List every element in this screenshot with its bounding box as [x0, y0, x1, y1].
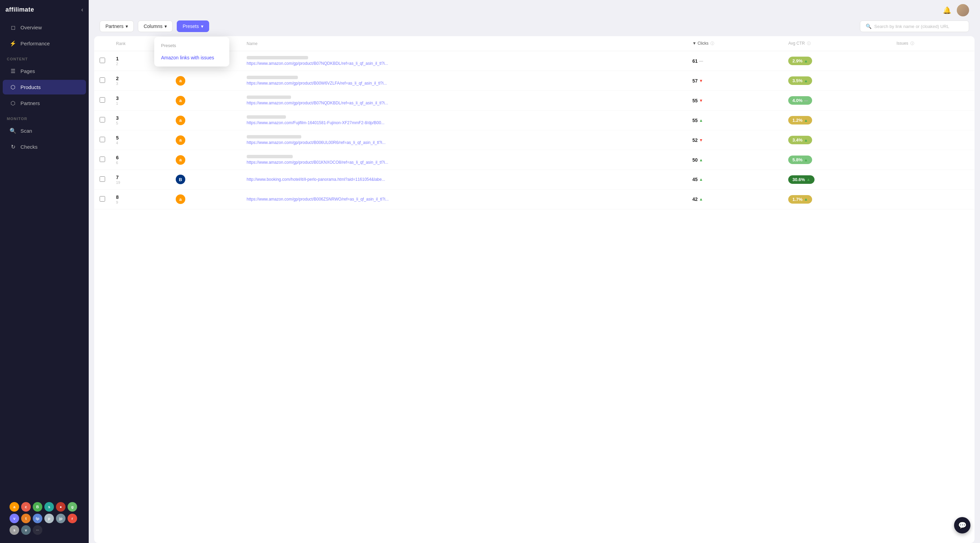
- ctr-badge: 3.4%▲: [788, 136, 812, 144]
- row-checkbox[interactable]: [100, 196, 105, 202]
- sidebar-item-performance[interactable]: ⚡ Performance: [3, 36, 86, 51]
- trend-down-icon: ▼: [699, 138, 703, 143]
- partner-logo: a: [176, 135, 185, 145]
- partner-icon-v2[interactable]: v: [21, 525, 31, 535]
- th-issues[interactable]: Issues ⓘ: [891, 36, 975, 51]
- trend-dash-icon: —: [699, 59, 703, 64]
- row-checkbox[interactable]: [100, 117, 105, 122]
- link-url[interactable]: https://www.amazon.com/gp/product/B07NQD…: [247, 101, 681, 105]
- ctr-value: 5.8%: [792, 157, 803, 162]
- row-checkbox[interactable]: [100, 137, 105, 142]
- partner-icon-more[interactable]: ···: [33, 525, 42, 535]
- sidebar-item-overview[interactable]: ◻ Overview: [3, 20, 86, 35]
- ctr-trend-dash-icon: —: [804, 98, 808, 103]
- overview-icon: ◻: [10, 24, 16, 31]
- th-avg-ctr[interactable]: Avg CTR ⓘ: [783, 36, 891, 51]
- link-url[interactable]: https://www.amazon.com/gp/product/B01KNX…: [247, 160, 681, 165]
- search-box[interactable]: 🔍 Search by link name or (cloaked) URL: [860, 21, 969, 32]
- issues-info-icon: ⓘ: [910, 41, 914, 45]
- partner-logo: a: [176, 194, 185, 204]
- partner-icon-t[interactable]: t: [21, 514, 31, 523]
- clicks-value: 42: [692, 197, 698, 202]
- ctr-badge: 4.0%—: [788, 96, 812, 105]
- presets-button[interactable]: Presets ▾: [177, 21, 209, 32]
- ctr-cell: 3.4%▲: [783, 130, 891, 150]
- partner-icon-cj[interactable]: c: [21, 502, 31, 511]
- sidebar-item-partners[interactable]: ⬡ Partners: [3, 96, 86, 111]
- row-checkbox[interactable]: [100, 176, 105, 182]
- search-placeholder: Search by link name or (cloaked) URL: [874, 24, 949, 29]
- rank-cell: 66: [111, 150, 170, 170]
- sidebar-item-checks[interactable]: ↻ Checks: [3, 140, 86, 154]
- clicks-cell: 45▲: [687, 170, 783, 190]
- rank-cell: 719: [111, 170, 170, 190]
- partner-logo: a: [176, 116, 185, 125]
- partner-icon-g[interactable]: g: [68, 502, 77, 511]
- partner-icon-p[interactable]: p: [45, 514, 54, 523]
- clicks-cell: 42▲: [687, 189, 783, 209]
- avatar[interactable]: [957, 4, 969, 16]
- partner-icon-s1[interactable]: s: [45, 502, 54, 511]
- sidebar-item-label: Products: [21, 84, 41, 90]
- sidebar-item-label: Checks: [21, 144, 38, 150]
- partner-icon-r[interactable]: ●: [56, 502, 65, 511]
- link-url[interactable]: https://www.amazon.com/gp/product/B006UL…: [247, 140, 681, 145]
- ctr-badge: 5.8%▲: [788, 156, 812, 164]
- clicks-cell: 55▼: [687, 91, 783, 111]
- ctr-cell: 30.6%▲: [783, 170, 891, 190]
- partner-icon-r2[interactable]: r: [68, 514, 77, 523]
- notification-bell-icon[interactable]: 🔔: [943, 6, 951, 14]
- ctr-value: 30.6%: [792, 177, 805, 182]
- link-url[interactable]: https://www.amazon.com/gp/product/B00W6V…: [247, 81, 681, 86]
- link-name-placeholder: [247, 115, 286, 119]
- trend-down-icon: ▼: [699, 98, 703, 103]
- ctr-trend-up-icon: ▲: [804, 157, 808, 162]
- row-checkbox[interactable]: [100, 97, 105, 103]
- ctr-cell: 1.2%▲: [783, 111, 891, 130]
- partner-logo: B: [176, 175, 185, 184]
- clicks-value: 61: [692, 58, 698, 64]
- link-cell: https://www.amazon.com/gp/product/B01KNX…: [241, 150, 687, 170]
- columns-button-label: Columns: [144, 24, 162, 29]
- th-select: [94, 36, 111, 51]
- clicks-value: 57: [692, 78, 698, 84]
- row-checkbox[interactable]: [100, 157, 105, 162]
- performance-icon: ⚡: [10, 40, 16, 47]
- dropdown-item-amazon-issues[interactable]: Amazon links with issues: [154, 51, 229, 64]
- table-row: 66ahttps://www.amazon.com/gp/product/B01…: [94, 150, 975, 170]
- partner-icon-jp[interactable]: jp: [56, 514, 65, 523]
- ctr-cell: 2.9%▲: [783, 51, 891, 71]
- partner-icon-tp[interactable]: tp: [33, 514, 42, 523]
- link-cell: http://www.booking.com/hotel/it/il-perlo…: [241, 170, 687, 190]
- link-url[interactable]: https://www.amazon.com/gp/product/B07NQD…: [247, 61, 681, 66]
- ctr-trend-up-icon: ▲: [804, 197, 808, 202]
- partner-icon-s2[interactable]: s: [10, 525, 19, 535]
- ctr-info-icon: ⓘ: [807, 41, 811, 45]
- sidebar-item-label: Partners: [21, 100, 40, 106]
- partner-icon-b[interactable]: B: [33, 502, 42, 511]
- row-checkbox[interactable]: [100, 78, 105, 83]
- partner-icon-v1[interactable]: v: [10, 514, 19, 523]
- columns-button[interactable]: Columns ▾: [138, 21, 173, 32]
- dropdown-header: Presets: [154, 40, 229, 51]
- rank-cell: 23: [111, 71, 170, 91]
- link-url[interactable]: http://www.booking.com/hotel/it/il-perlo…: [247, 177, 681, 182]
- link-url[interactable]: https://www.amazon.com/gp/product/B006ZS…: [247, 197, 681, 202]
- search-icon: 🔍: [866, 24, 872, 29]
- sidebar-item-pages[interactable]: ☰ Pages: [3, 64, 86, 78]
- sidebar-item-scan[interactable]: 🔍 Scan: [3, 124, 86, 138]
- issues-cell: [891, 189, 975, 209]
- sidebar-item-products[interactable]: ⬡ Products: [3, 80, 86, 94]
- ctr-trend-up-icon: ▲: [804, 138, 808, 143]
- clicks-value: 50: [692, 157, 698, 163]
- link-url[interactable]: https://www.amazon.com/Fujifilm-16401581…: [247, 121, 681, 125]
- collapse-button[interactable]: ‹: [81, 6, 83, 13]
- chat-bubble[interactable]: 💬: [954, 517, 970, 533]
- th-clicks[interactable]: ▼ Clicks ⓘ: [687, 36, 783, 51]
- row-checkbox[interactable]: [100, 58, 105, 63]
- main-content: 🔔 Partners ▾ Columns ▾ Presets ▾ Presets…: [89, 0, 980, 543]
- partner-icon-amazon[interactable]: a: [10, 502, 19, 511]
- partners-button[interactable]: Partners ▾: [100, 21, 134, 32]
- trend-down-icon: ▼: [699, 78, 703, 83]
- partner-logo: a: [176, 155, 185, 165]
